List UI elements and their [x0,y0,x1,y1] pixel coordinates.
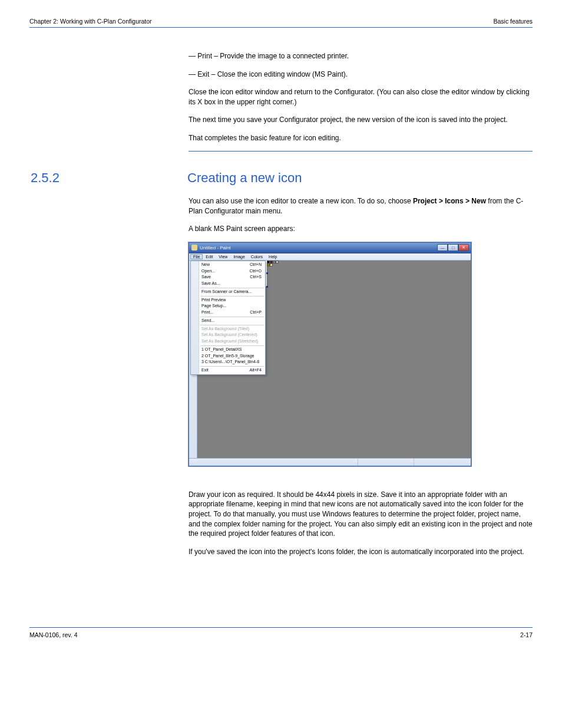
color-swatch[interactable] [270,263,273,266]
post-p2: If you've saved the icon into the projec… [189,547,533,557]
paint-menubar: File Edit View Image Colors Help [189,253,471,261]
menu-item: Set As Background (Tiled) [191,326,265,332]
menu-item: Set As Background (Stretched) [191,338,265,345]
menu-item-label: 3 C:\Users\...\OT_Panel_8In4-8 [201,360,259,365]
menu-edit[interactable]: Edit [203,255,216,259]
menu-item[interactable]: Save As... [191,281,265,287]
file-menu: NewCtrl+NOpen...Ctrl+OSaveCtrl+SSave As.… [190,261,266,375]
menu-item-label: Exit [201,368,209,373]
menu-item[interactable]: Print...Ctrl+P [191,309,265,316]
page-footer: MAN-0106, rev. 4 2-17 [29,627,533,638]
maximize-button[interactable]: □ [448,244,458,251]
resize-handle[interactable] [266,272,268,274]
menu-item-label: Page Setup... [201,304,226,309]
menu-item-shortcut: Alt+F4 [250,368,262,373]
menu-item[interactable]: From Scanner or Camera... [191,289,265,295]
menu-view[interactable]: View [216,255,230,259]
menu-separator [200,288,264,288]
menu-item-label: 1 OT_Panel_DetailXS [201,347,242,353]
menu-colors[interactable]: Colors [248,255,266,259]
menu-item-shortcut: Ctrl+O [250,269,262,274]
paint-window: Untitled - Paint — □ ✕ File Edit View Im… [189,242,471,466]
menu-item[interactable]: NewCtrl+N [191,262,265,268]
menu-item[interactable]: Page Setup... [191,303,265,309]
paint-icon [191,245,197,251]
paint-titlebar: Untitled - Paint — □ ✕ [189,243,471,253]
footer-right: 2-17 [520,631,533,638]
menu-item-label: Print... [201,310,213,315]
menu-item-label: Send... [201,318,214,324]
menu-file[interactable]: File [190,254,203,259]
menu-item-label: Open... [201,269,215,274]
menu-item-label: Set As Background (Centered) [201,332,257,338]
menu-separator [200,345,264,346]
section-p1: You can also use the icon editor to crea… [189,196,533,216]
header-left: Chapter 2: Working with C-Plan Configura… [29,18,152,25]
intro-p5: That completes the basic feature for ico… [189,133,533,143]
section-title: Creating a new icon [75,170,533,186]
menu-item-label: Set As Background (Stretched) [201,339,258,344]
menu-item-shortcut: Ctrl+N [250,262,262,268]
menu-item[interactable]: Print Preview [191,297,265,304]
paint-screenshot: Untitled - Paint — □ ✕ File Edit View Im… [189,242,533,466]
menu-item[interactable]: ExitAlt+F4 [191,367,265,374]
menu-item[interactable]: 1 OT_Panel_DetailXS [191,347,265,353]
paint-statusbar [189,458,471,466]
menu-item-shortcut: Ctrl+S [250,275,262,280]
menu-item[interactable]: SaveCtrl+S [191,274,265,281]
post-p1: Draw your icon as required. It should be… [189,490,533,539]
menu-item[interactable]: Open...Ctrl+O [191,268,265,275]
resize-handle[interactable] [266,286,268,288]
paint-title: Untitled - Paint [200,245,437,251]
intro-block: — Print – Provide the image to a connect… [189,51,533,143]
header-right: Basic features [493,18,533,25]
menu-item-label: Print Preview [201,298,226,303]
intro-p3: Close the icon editor window and return … [189,87,533,107]
intro-p4: The next time you save your Configurator… [189,115,533,125]
menu-item-shortcut: Ctrl+P [250,310,262,315]
menu-item-label: 2 OT_Panel_8In5-9_Storage [201,354,254,359]
color-swatch[interactable] [276,261,279,263]
intro-p1: — Print – Provide the image to a connect… [189,51,533,61]
section-divider [189,151,533,151]
menu-separator [200,325,264,325]
minimize-button[interactable]: — [437,244,448,251]
page-header: Chapter 2: Working with C-Plan Configura… [29,18,533,28]
menu-separator [200,317,264,317]
section-heading: 2.5.2 Creating a new icon [29,170,533,186]
menu-item-label: From Scanner or Camera... [201,289,252,295]
menu-item[interactable]: 3 C:\Users\...\OT_Panel_8In4-8 [191,359,265,365]
menu-separator [200,296,264,297]
menu-help[interactable]: Help [266,255,280,259]
menu-image[interactable]: Image [230,255,247,259]
section-number: 2.5.2 [29,170,65,186]
menu-separator [200,366,264,367]
section-p2: A blank MS Paint screen appears: [189,224,533,234]
menu-item-label: Save As... [201,281,220,286]
menu-item[interactable]: Send... [191,318,265,324]
menu-item-label: Save [201,275,211,280]
menu-item-label: Set As Background (Tiled) [201,327,249,332]
menu-item: Set As Background (Centered) [191,332,265,338]
menu-item[interactable]: 2 OT_Panel_8In5-9_Storage [191,353,265,360]
intro-p2: — Exit – Close the icon editing window (… [189,70,533,80]
close-button[interactable]: ✕ [458,244,469,251]
footer-left: MAN-0106, rev. 4 [29,631,78,638]
menu-item-label: New [201,262,210,268]
color-palette[interactable] [267,261,281,266]
